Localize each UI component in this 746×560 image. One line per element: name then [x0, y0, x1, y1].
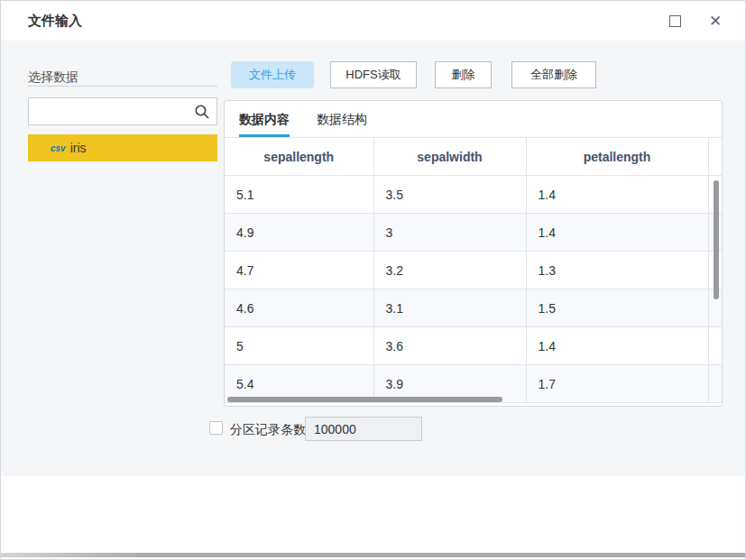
select-data-label: 选择数据 [28, 69, 78, 86]
tab-data-content[interactable]: 数据内容 [239, 101, 290, 137]
cell: 1.4 [526, 327, 708, 365]
table-row: 4.6 3.1 1.5 [225, 289, 723, 327]
maximize-button[interactable] [663, 10, 686, 32]
file-upload-button[interactable]: 文件上传 [231, 61, 314, 88]
search-input[interactable] [29, 98, 189, 124]
dialog-title: 文件输入 [28, 13, 82, 30]
partition-checkbox[interactable] [209, 421, 223, 435]
partition-label: 分区记录条数 [230, 422, 306, 438]
cell: 1.3 [526, 252, 708, 289]
dataset-item-iris[interactable]: csv iris [28, 134, 217, 161]
footer: 点击查看功能说明 确定 取消 [1, 476, 745, 554]
close-icon: ✕ [709, 12, 722, 31]
cell: 3.2 [373, 252, 526, 289]
table-row: 4.7 3.2 1.3 [225, 252, 723, 289]
cell [708, 327, 723, 365]
partition-count-input[interactable] [305, 417, 422, 441]
cell: 5 [225, 327, 373, 365]
data-table: sepallength sepalwidth petallength 5.1 3… [225, 137, 723, 403]
horizontal-scrollbar[interactable] [227, 397, 502, 402]
data-preview-panel: 数据内容 数据结构 sepallength sepalwidth petalle… [224, 100, 723, 407]
tab-bar: 数据内容 数据结构 [225, 101, 722, 137]
table-row: 5.1 3.5 1.4 [225, 176, 723, 214]
column-header: petallength [526, 138, 708, 176]
csv-badge: csv [51, 143, 66, 153]
cell: 1.5 [526, 289, 708, 327]
search-box [28, 97, 217, 125]
file-input-dialog: 文件输入 ✕ 选择数据 csv iris 文件上传 HDFS读取 删除 全部删除… [0, 0, 746, 560]
cell: 4.7 [225, 252, 373, 289]
column-header: sepallength [225, 138, 373, 176]
dialog-bottom-edge [1, 553, 745, 557]
delete-all-button[interactable]: 全部删除 [511, 61, 596, 88]
vertical-scrollbar[interactable] [714, 180, 719, 299]
table-header-row: sepallength sepalwidth petallength [225, 138, 723, 176]
cell: 1.4 [526, 176, 708, 214]
cell: 3 [373, 214, 526, 252]
cell: 5.1 [225, 176, 373, 214]
table-row: 4.9 3 1.4 [225, 214, 723, 252]
tab-data-structure[interactable]: 数据结构 [317, 101, 367, 137]
column-header-partial [708, 138, 723, 176]
cell: 4.9 [225, 214, 373, 252]
table-row: 5 3.6 1.4 [225, 327, 723, 365]
delete-button[interactable]: 删除 [435, 61, 492, 88]
column-header: sepalwidth [373, 138, 526, 176]
cell: 3.5 [373, 176, 526, 214]
dataset-name: iris [70, 141, 87, 155]
close-button[interactable]: ✕ [704, 10, 727, 32]
cell: 1.4 [526, 214, 708, 252]
cell: 3.1 [373, 289, 526, 327]
search-icon[interactable] [194, 104, 210, 120]
maximize-icon [669, 15, 681, 27]
select-data-divider [28, 86, 217, 87]
title-bar: 文件输入 ✕ [1, 1, 745, 41]
cell: 3.6 [373, 327, 526, 365]
cell: 4.6 [225, 289, 373, 327]
hdfs-read-button[interactable]: HDFS读取 [330, 61, 417, 88]
